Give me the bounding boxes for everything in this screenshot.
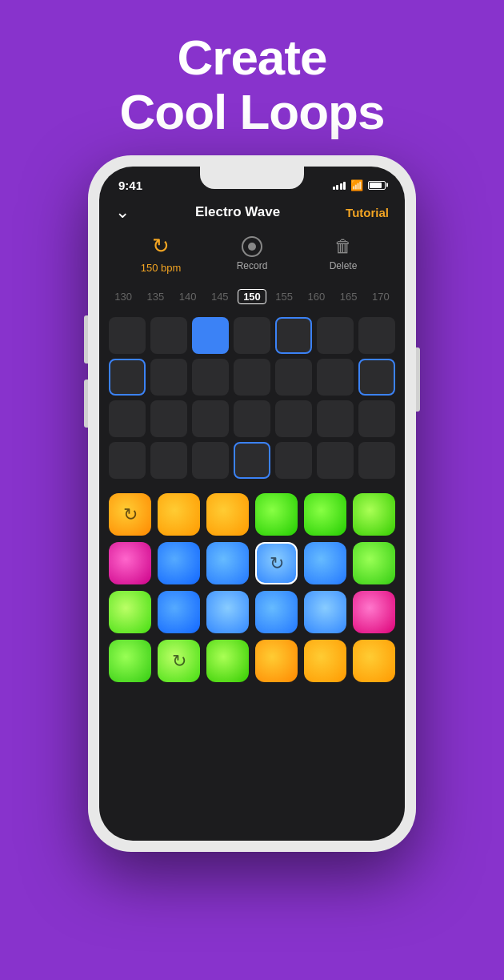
pad-grid: ↻ ↻ xyxy=(99,490,405,689)
bpm-label: 150 bpm xyxy=(141,262,182,274)
beat-cell[interactable] xyxy=(192,317,229,354)
beat-cell[interactable] xyxy=(234,400,270,437)
power-button[interactable] xyxy=(416,347,420,412)
pad[interactable]: ↻ xyxy=(109,493,151,536)
beat-cell[interactable] xyxy=(317,317,354,354)
pad[interactable] xyxy=(304,640,346,682)
trash-icon: 🗑 xyxy=(334,236,352,257)
beat-cell[interactable] xyxy=(192,442,229,479)
tutorial-button[interactable]: Tutorial xyxy=(346,206,389,219)
loop-icon: ↻ xyxy=(123,504,138,525)
status-time: 9:41 xyxy=(118,179,142,192)
record-label: Record xyxy=(237,260,268,271)
record-button[interactable]: Record xyxy=(224,236,280,271)
pad[interactable] xyxy=(255,640,298,682)
status-icons: 📶 xyxy=(333,179,386,191)
beat-cell[interactable] xyxy=(275,442,312,479)
beat-grid xyxy=(99,312,405,484)
signal-icon xyxy=(333,180,346,190)
pad[interactable]: ↻ xyxy=(255,542,298,584)
pad[interactable] xyxy=(353,591,395,633)
wifi-icon: 📶 xyxy=(350,179,363,191)
battery-icon xyxy=(368,181,386,190)
pad[interactable] xyxy=(109,591,151,633)
phone-screen: 9:41 📶 ⌄ Electro Wave xyxy=(99,167,405,841)
beat-cell[interactable] xyxy=(109,359,146,396)
bpm-tick-130[interactable]: 130 xyxy=(109,291,138,303)
hero-title-line1: Create xyxy=(120,30,385,85)
loop-icon: ↻ xyxy=(270,553,284,574)
chevron-down-icon[interactable]: ⌄ xyxy=(115,203,130,221)
app-title: Electro Wave xyxy=(195,204,280,220)
beat-cell[interactable] xyxy=(275,400,312,437)
pad[interactable] xyxy=(255,591,298,633)
phone-frame-wrapper: 9:41 📶 ⌄ Electro Wave xyxy=(88,155,416,852)
beat-cell[interactable] xyxy=(317,442,354,479)
beat-cell[interactable] xyxy=(317,400,354,437)
pad[interactable] xyxy=(353,542,395,584)
app-header: ⌄ Electro Wave Tutorial xyxy=(99,200,405,229)
pad[interactable] xyxy=(353,640,395,682)
beat-cell[interactable] xyxy=(150,442,187,479)
bpm-ruler[interactable]: 130 135 140 145 150 155 160 165 170 xyxy=(99,282,405,312)
beat-cell[interactable] xyxy=(234,359,270,396)
beat-cell[interactable] xyxy=(275,359,312,396)
pad[interactable] xyxy=(304,591,346,633)
pad[interactable] xyxy=(304,493,346,536)
toolbar: ↻ 150 bpm Record 🗑 Delete xyxy=(99,229,405,282)
bpm-control[interactable]: ↻ 150 bpm xyxy=(133,234,189,274)
beat-cell[interactable] xyxy=(109,317,146,354)
bpm-tick-145[interactable]: 145 xyxy=(206,291,234,303)
pad[interactable] xyxy=(353,493,395,536)
bpm-tick-150[interactable]: 150 xyxy=(238,289,266,304)
beat-cell[interactable] xyxy=(109,400,146,437)
beat-cell[interactable] xyxy=(358,400,395,437)
beat-cell[interactable] xyxy=(150,400,187,437)
bpm-tick-135[interactable]: 135 xyxy=(141,291,170,303)
delete-button[interactable]: 🗑 Delete xyxy=(315,236,371,271)
pad[interactable] xyxy=(206,542,249,584)
beat-cell[interactable] xyxy=(192,400,229,437)
beat-cell[interactable] xyxy=(358,442,395,479)
pad[interactable] xyxy=(206,591,249,633)
notch xyxy=(200,167,304,189)
volume-up-button[interactable] xyxy=(84,315,88,363)
bpm-tick-170[interactable]: 170 xyxy=(366,291,395,303)
beat-cell[interactable] xyxy=(358,359,395,396)
bpm-icon: ↻ xyxy=(152,234,170,259)
beat-cell[interactable] xyxy=(234,317,270,354)
hero-section: Create Cool Loops xyxy=(120,0,385,155)
pad[interactable] xyxy=(109,640,151,682)
pad[interactable] xyxy=(158,591,200,633)
phone-frame: 9:41 📶 ⌄ Electro Wave xyxy=(88,155,416,852)
beat-cell[interactable] xyxy=(150,359,187,396)
bpm-ruler-inner: 130 135 140 145 150 155 160 165 170 xyxy=(99,289,405,304)
pad[interactable] xyxy=(255,493,298,536)
pad[interactable] xyxy=(109,542,151,584)
beat-cell[interactable] xyxy=(275,317,312,354)
pad[interactable] xyxy=(304,542,346,584)
beat-cell[interactable] xyxy=(192,359,229,396)
volume-down-button[interactable] xyxy=(84,380,88,428)
pad[interactable] xyxy=(158,542,200,584)
bpm-tick-155[interactable]: 155 xyxy=(270,291,298,303)
pad[interactable]: ↻ xyxy=(158,640,200,682)
beat-cell[interactable] xyxy=(234,442,270,479)
delete-label: Delete xyxy=(330,260,358,271)
beat-cell[interactable] xyxy=(109,442,146,479)
beat-cell[interactable] xyxy=(317,359,354,396)
beat-cell[interactable] xyxy=(150,317,187,354)
record-icon xyxy=(242,236,262,257)
pad[interactable] xyxy=(206,493,249,536)
pad[interactable] xyxy=(206,640,249,682)
loop-icon: ↻ xyxy=(172,651,186,672)
bpm-tick-160[interactable]: 160 xyxy=(302,291,330,303)
beat-cell[interactable] xyxy=(358,317,395,354)
bpm-tick-140[interactable]: 140 xyxy=(174,291,202,303)
hero-title-line2: Cool Loops xyxy=(120,85,385,139)
pad[interactable] xyxy=(158,493,200,536)
bpm-tick-165[interactable]: 165 xyxy=(334,291,363,303)
